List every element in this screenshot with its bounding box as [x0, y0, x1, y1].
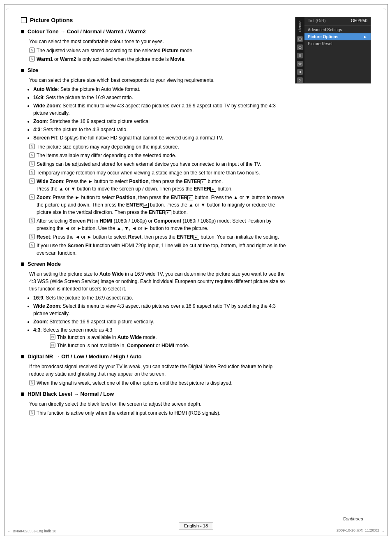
- digital-nr-heading: Digital NR → Off / Low / Medium / High /…: [21, 353, 287, 360]
- size-bullet-screen-fit: Screen Fit: Displays the full native HD …: [33, 134, 287, 142]
- size-note-icon-1: N: [29, 144, 35, 149]
- size-note-icon-overscan: N: [29, 242, 35, 248]
- screen-mode-heading: Screen Mode: [21, 261, 287, 267]
- size-note-2: N The items available may differ dependi…: [29, 152, 287, 159]
- hdmi-black-note-1: N This function is active only when the …: [29, 409, 287, 417]
- colour-tone-section: Colour Tone → Cool / Normal / Warm1 / Wa…: [21, 28, 287, 63]
- heading-checkbox-icon: [21, 17, 27, 23]
- screen-mode-body: When setting the picture size to Auto Wi…: [29, 270, 287, 293]
- screen-mode-sub-note-1-text: This function is available in Auto Wide …: [57, 334, 287, 341]
- size-bullet-4-3: 4:3: Sets the picture to the 4:3 aspect …: [33, 126, 287, 133]
- svg-text:?: ?: [299, 79, 301, 82]
- size-bullet-auto-wide: Auto Wide: Sets the picture in Auto Wide…: [33, 86, 287, 93]
- menu-picture-options-label: Picture Options: [308, 35, 338, 39]
- svg-text:N: N: [31, 411, 34, 415]
- menu-row-picture-options: Picture Options ►: [304, 33, 371, 40]
- bullet-square-icon-3: [21, 262, 24, 266]
- size-note-zoom-text: Zoom: Press the ► button to select Posit…: [37, 194, 287, 216]
- menu-right: Tint (G/R) G50/R50 Advanced Settings Pic…: [304, 17, 371, 83]
- menu-image-container: Picture: [295, 17, 371, 421]
- page-container: ⌐ ¬ └ ┘ Picture Options Colour Tone → Co…: [4, 4, 388, 536]
- page-number-box: English - 18: [179, 522, 213, 529]
- svg-point-31: [299, 46, 301, 49]
- note-icon-1: N: [29, 47, 35, 53]
- screen-mode-bullet-16-9: 16:9: Sets the picture to the 16:9 aspec…: [33, 294, 287, 302]
- menu-icon-channel: [297, 53, 303, 58]
- size-note-screen-fit-text: After selecting Screen Fit in HDMI (1080…: [37, 217, 287, 232]
- continued-text: Continued _: [343, 516, 367, 521]
- size-note-1: N The picture size options may vary depe…: [29, 143, 287, 151]
- corner-mark-tr: ¬: [383, 7, 385, 11]
- size-note-overscan: N If you use the Screen Fit function wit…: [29, 242, 287, 257]
- colour-tone-note-1-text: The adjusted values are stored according…: [37, 47, 287, 54]
- size-note-4-text: Temporary image retention may occur when…: [37, 169, 287, 176]
- svg-text:N: N: [31, 153, 34, 157]
- svg-text:N: N: [51, 343, 54, 347]
- svg-text:N: N: [31, 144, 34, 149]
- menu-icon-setup: [297, 61, 303, 67]
- hdmi-black-note-1-text: This function is active only when the ex…: [37, 409, 287, 417]
- size-note-overscan-text: If you use the Screen Fit function with …: [37, 242, 287, 257]
- corner-mark-bl: └: [7, 529, 9, 534]
- picture-options-heading: Picture Options: [21, 17, 287, 23]
- menu-icon-sound: [297, 44, 303, 50]
- size-bullet-16-9: 16:9: Sets the picture to the 16:9 aspec…: [33, 94, 287, 101]
- size-note-1-text: The picture size options may vary depend…: [37, 143, 287, 151]
- size-note-wide-zoom: N Wide Zoom: Press the ► button to selec…: [29, 178, 287, 193]
- digital-nr-note-1-text: When the signal is weak, select one of t…: [37, 379, 287, 387]
- size-note-3: N Settings can be adjusted and stored fo…: [29, 160, 287, 168]
- menu-tint-label: Tint (G/R): [308, 19, 326, 23]
- bullet-square-icon-2: [21, 69, 24, 72]
- menu-box: Picture: [295, 17, 371, 84]
- picture-side-label: Picture: [298, 21, 302, 32]
- screen-mode-sub-note-icon-1: N: [50, 334, 55, 340]
- size-note-screen-fit: N After selecting Screen Fit in HDMI (10…: [29, 217, 287, 232]
- size-note-icon-zoom: N: [29, 194, 35, 200]
- size-note-zoom: N Zoom: Press the ► button to select Pos…: [29, 194, 287, 216]
- size-note-reset: N Reset: Press the ◄ or ► button to sele…: [29, 233, 287, 241]
- hdmi-black-body: You can directly select the black level …: [29, 400, 287, 408]
- size-bullet-list: Auto Wide: Sets the picture in Auto Wide…: [33, 86, 287, 142]
- svg-text:N: N: [31, 195, 34, 199]
- menu-icon-input: [297, 69, 303, 75]
- size-note-icon-screen-fit: N: [29, 218, 35, 223]
- screen-mode-sub-note-2: N This function is not available in, Com…: [50, 342, 287, 349]
- screen-mode-bullet-list: 16:9: Sets the picture to the 16:9 aspec…: [33, 294, 287, 349]
- menu-icon-support: ?: [297, 77, 303, 83]
- svg-rect-30: [298, 38, 302, 40]
- note-icon-2: N: [29, 56, 35, 62]
- digital-nr-note-icon-1: N: [29, 380, 35, 385]
- svg-text:N: N: [31, 179, 34, 183]
- screen-mode-sub-note-1: N This function is available in Auto Wid…: [50, 334, 287, 341]
- size-heading: Size: [21, 67, 287, 73]
- size-note-icon-reset: N: [29, 234, 35, 239]
- svg-text:N: N: [31, 162, 34, 166]
- menu-picture-reset-label: Picture Reset: [308, 42, 332, 46]
- svg-text:N: N: [31, 218, 34, 223]
- hdmi-black-title: HDMI Black Level → Normal / Low: [28, 391, 114, 397]
- page-footer: English - 18: [5, 522, 387, 529]
- picture-options-title: Picture Options: [30, 17, 73, 23]
- digital-nr-body: If the broadcast signal received by your…: [29, 363, 287, 378]
- digital-nr-title: Digital NR → Off / Low / Medium / High /…: [28, 353, 142, 360]
- size-note-wide-zoom-text: Wide Zoom: Press the ► button to select …: [37, 178, 287, 193]
- size-note-3-text: Settings can be adjusted and stored for …: [37, 160, 287, 168]
- svg-text:N: N: [31, 235, 34, 239]
- size-body: You can select the picture size which be…: [29, 77, 287, 84]
- doc-info-right: 2009-10-26 오전 11:20:02: [337, 528, 379, 533]
- menu-sidebar: Picture: [295, 17, 371, 83]
- screen-mode-sub-note-2-text: This function is not available in, Compo…: [57, 342, 287, 349]
- size-note-icon-wide-zoom: N: [29, 178, 35, 184]
- svg-text:N: N: [31, 57, 34, 61]
- digital-nr-note-1: N When the signal is weak, select one of…: [29, 379, 287, 387]
- size-note-icon-3: N: [29, 161, 35, 167]
- svg-point-35: [299, 63, 301, 65]
- colour-tone-note-1: N The adjusted values are stored accordi…: [29, 47, 287, 54]
- menu-row-advanced: Advanced Settings: [304, 26, 371, 33]
- size-section: Size You can select the picture size whi…: [21, 67, 287, 257]
- svg-text:N: N: [51, 335, 54, 339]
- menu-tint-value: G50/R50: [351, 19, 367, 23]
- hdmi-black-heading: HDMI Black Level → Normal / Low: [21, 391, 287, 397]
- bullet-square-icon-5: [21, 392, 24, 396]
- size-note-icon-4: N: [29, 169, 35, 175]
